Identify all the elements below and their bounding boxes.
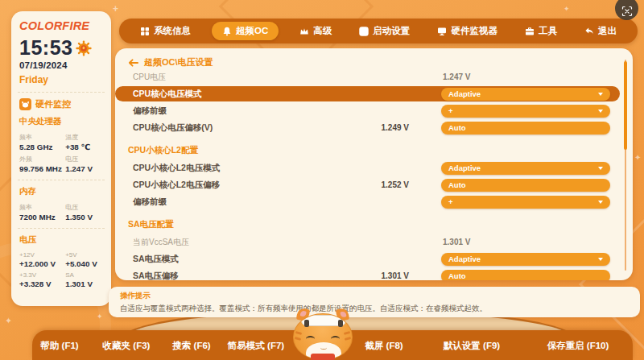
dropdown-select[interactable]: + xyxy=(441,196,610,209)
settings-row: CPU电压1.247 V xyxy=(115,69,620,85)
readonly-value: 1.301 V xyxy=(441,238,610,246)
gear-flame-icon xyxy=(76,40,92,56)
metric-label: 频率 xyxy=(19,203,65,212)
scrollbar-thumb[interactable] xyxy=(624,61,627,150)
back-arrow-icon xyxy=(584,27,594,36)
settings-group-title: CPU小核心L2配置 xyxy=(115,145,633,156)
sparkle-icon: ✦ xyxy=(634,153,641,162)
nav-tab-boot[interactable]: 启动设置 xyxy=(353,22,416,40)
sparkle-icon: ✦ xyxy=(97,312,103,321)
metric-label: 频率 xyxy=(19,133,65,142)
metric-grid: +12V+5V+12.000 V+5.040 V+3.3VSA+3.328 V1… xyxy=(19,248,103,288)
settings-row-label: 偏移前缀 xyxy=(133,197,328,208)
nav-tab-advanced[interactable]: 高级 xyxy=(293,22,338,40)
metric-value: 1.247 V xyxy=(65,164,103,173)
settings-row[interactable]: CPU核心电压模式Adaptive xyxy=(115,86,620,101)
goggles-icon xyxy=(301,315,346,326)
settings-row-label: CPU核心电压模式 xyxy=(133,89,328,100)
control-value: + xyxy=(448,197,453,206)
nav-tab-system-info[interactable]: 系统信息 xyxy=(134,22,197,40)
control-value: Adaptive xyxy=(448,254,481,263)
crown-icon xyxy=(299,27,309,36)
settings-row: 偏移前缀+ xyxy=(115,194,620,209)
dropdown-select[interactable]: Adaptive xyxy=(441,162,610,175)
hint-title: 操作提示 xyxy=(120,291,629,301)
value-input[interactable]: Auto xyxy=(441,270,610,281)
dropdown-select[interactable]: Adaptive xyxy=(441,88,610,101)
divider xyxy=(18,92,105,93)
footer-button-easy-mode[interactable]: 简易模式 (F7) xyxy=(228,340,284,352)
metric-label: 外频 xyxy=(19,155,65,163)
settings-row-label: 当前VccSA电压 xyxy=(133,237,328,248)
chevron-down-icon xyxy=(598,93,603,96)
footer-button-defaults[interactable]: 默认设置 (F9) xyxy=(444,340,500,352)
metric-label: 温度 xyxy=(65,133,103,142)
control-value: Adaptive xyxy=(448,163,481,172)
chevron-down-icon xyxy=(598,167,603,170)
settings-row-label: SA电压偏移 xyxy=(133,271,328,281)
divider xyxy=(18,228,105,229)
nav-tab-label: 工具 xyxy=(539,25,557,37)
nav-tab-overclock[interactable]: 超频OC xyxy=(212,22,279,40)
metric-value: 5.28 GHz xyxy=(19,143,65,151)
metric-label: SA xyxy=(65,271,103,279)
chevron-down-icon xyxy=(598,258,603,261)
hint-panel: 操作提示 自适应与覆盖模式两种选择。覆盖模式：所有频率使用的都是所设置的电压。自… xyxy=(109,287,640,317)
back-arrow-icon[interactable] xyxy=(128,59,138,67)
metric-value: +12.000 V xyxy=(19,259,65,268)
settings-row-label: CPU小核心L2电压模式 xyxy=(133,163,328,174)
metric-value: 99.756 MHz xyxy=(19,164,65,173)
metric-label: +5V xyxy=(65,251,103,259)
settings-row-label: CPU核心电压偏移(V) xyxy=(133,122,328,134)
dropdown-select[interactable]: + xyxy=(441,105,610,118)
settings-row-value: 1.301 V xyxy=(328,271,409,280)
settings-row: 偏移前缀+ xyxy=(115,103,620,118)
clock-date: 07/19/2024 xyxy=(19,60,103,70)
control-value: Auto xyxy=(448,180,466,189)
nav-tab-label: 启动设置 xyxy=(373,25,410,37)
settings-list: CPU电压1.247 VCPU核心电压模式Adaptive偏移前缀+CPU核心电… xyxy=(115,69,633,280)
metric-value: +5.040 V xyxy=(65,259,103,268)
sidebar: COLORFIRE 15:53 07/19/2024 xyxy=(11,11,111,306)
settings-group-title: SA电压配置 xyxy=(115,219,633,230)
readonly-value: 1.247 V xyxy=(441,72,610,81)
footer-button-save-reboot[interactable]: 保存重启 (F10) xyxy=(547,340,609,352)
screen-capture-button[interactable] xyxy=(615,0,638,20)
value-input[interactable]: Auto xyxy=(441,179,610,192)
metric-grid: 频率电压7200 MHz1.350 V xyxy=(19,200,103,221)
settings-row: SA电压偏移1.301 VAuto xyxy=(115,268,620,280)
breadcrumb: 超频OC\电压设置 xyxy=(115,56,633,69)
nav-tab-exit[interactable]: 退出 xyxy=(578,22,623,40)
nav-tab-hw-monitor[interactable]: 硬件监视器 xyxy=(431,22,504,40)
metric-grid: 频率温度5.28 GHz+38 ℃外频电压99.756 MHz1.247 V xyxy=(19,130,103,173)
nav-tab-label: 超频OC xyxy=(236,25,268,37)
nav-tab-label: 高级 xyxy=(313,25,332,37)
settings-row-value: 1.252 V xyxy=(328,180,409,189)
cat-collar xyxy=(311,354,335,360)
nav-tab-label: 退出 xyxy=(598,25,617,37)
settings-row: 当前VccSA电压1.301 V xyxy=(115,234,620,250)
sidebar-sections: 中央处理器频率温度5.28 GHz+38 ℃外频电压99.756 MHz1.24… xyxy=(19,116,103,288)
footer-button-screenshot[interactable]: 截屏 (F8) xyxy=(365,340,402,352)
footer-button-favorites[interactable]: 收藏夹 (F3) xyxy=(103,340,151,352)
metric-label: +3.3V xyxy=(19,271,65,279)
sparkle-icon: ✦ xyxy=(5,316,12,326)
settings-row-label: CPU电压 xyxy=(133,72,328,83)
metric-value: 1.350 V xyxy=(65,213,103,221)
nav-tab-label: 系统信息 xyxy=(154,25,191,37)
dropdown-select[interactable]: Adaptive xyxy=(441,253,610,266)
control-value: + xyxy=(448,106,453,115)
nav-tab-tools[interactable]: 工具 xyxy=(518,22,564,40)
footer-button-help[interactable]: 帮助 (F1) xyxy=(40,340,78,352)
value-input[interactable]: Auto xyxy=(441,122,610,134)
chevron-down-icon xyxy=(598,110,603,113)
cat-face-icon xyxy=(19,98,31,110)
settings-panel: 超频OC\电压设置 CPU电压1.247 VCPU核心电压模式Adaptive偏… xyxy=(115,48,633,280)
metric-value: +3.328 V xyxy=(19,279,65,288)
footer-button-search[interactable]: 搜索 (F6) xyxy=(172,340,210,352)
metric-value: 7200 MHz xyxy=(19,213,65,221)
control-value: Auto xyxy=(448,123,466,132)
nav-tab-label: 硬件监视器 xyxy=(451,25,497,37)
monitor-icon xyxy=(437,27,447,36)
hardware-monitor-title: 硬件监控 xyxy=(35,98,71,110)
